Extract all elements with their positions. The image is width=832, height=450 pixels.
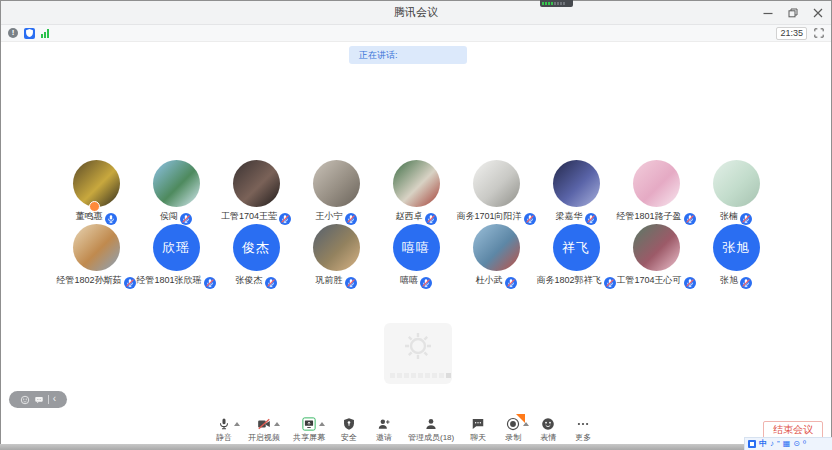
- toolbar-item-share-screen[interactable]: 共享屏幕: [293, 417, 325, 443]
- tray-volume-icon[interactable]: ♪: [770, 440, 774, 448]
- tray-grid-icon[interactable]: ▦: [783, 440, 791, 448]
- participant-avatar: [553, 160, 600, 207]
- quick-reaction-pill[interactable]: ‹: [9, 391, 67, 408]
- participant-name: 工管1704王心可: [616, 274, 681, 287]
- mic-muted-icon: [505, 275, 517, 287]
- tray-app-icon[interactable]: [748, 440, 756, 448]
- caret-up-icon[interactable]: [274, 422, 280, 426]
- meeting-toolbar: 静音 开启视频 共享屏幕 安全 邀请 管理成员(18) 聊天 录制 表情 更多 …: [1, 415, 831, 444]
- mic-muted-icon: [684, 275, 696, 287]
- participant-tile[interactable]: 工管1704王心可: [616, 224, 696, 287]
- participant-name-row: 经管1802孙斯茹: [56, 274, 135, 287]
- toolbar-items: 静音 开启视频 共享屏幕 安全 邀请 管理成员(18) 聊天 录制 表情 更多: [213, 417, 594, 443]
- participant-tile[interactable]: 侯闯: [136, 160, 216, 223]
- meeting-statusbar: ! 21:35: [1, 25, 831, 42]
- toolbar-item-label: 管理成员(18): [408, 432, 454, 443]
- collapse-chevron-icon[interactable]: ‹: [53, 394, 56, 404]
- participant-tile[interactable]: 经管1802孙斯茹: [56, 224, 136, 287]
- emoji-quick-icon[interactable]: [20, 391, 30, 409]
- participant-name-row: 董鸣惠: [76, 210, 117, 223]
- caret-up-icon[interactable]: [234, 422, 240, 426]
- mic-muted-icon: [524, 211, 536, 223]
- participant-avatar: [473, 224, 520, 271]
- loading-placeholder: [384, 323, 452, 384]
- avatar-wrap: [73, 224, 120, 271]
- participant-avatar: [313, 224, 360, 271]
- invite-icon: [377, 417, 391, 431]
- participant-tile[interactable]: 杜小武: [456, 224, 536, 287]
- minimize-icon[interactable]: [762, 7, 773, 18]
- participant-tile[interactable]: 俊杰 张俊杰: [216, 224, 296, 287]
- participant-tile[interactable]: 王小宁: [296, 160, 376, 223]
- participant-tile[interactable]: 经管1801路子盈: [616, 160, 696, 223]
- system-tray[interactable]: 中 ♪ ” ▦ ⊙ º: [744, 437, 832, 450]
- participant-avatar: [153, 160, 200, 207]
- toolbar-item-record[interactable]: 录制: [502, 417, 524, 443]
- chat-quick-icon[interactable]: [34, 391, 44, 409]
- avatar-wrap: 俊杰: [233, 224, 280, 271]
- participant-avatar: [633, 160, 680, 207]
- meeting-protect-shield-icon[interactable]: [24, 28, 35, 39]
- participant-name-row: 侯闯: [160, 210, 192, 223]
- participant-tile[interactable]: 欣瑶 经管1801张欣瑶: [136, 224, 216, 287]
- toolbar-item-camera-off[interactable]: 开启视频: [248, 417, 280, 443]
- speaking-banner: 正在讲话:: [349, 46, 467, 64]
- mic-muted-icon: [604, 275, 616, 287]
- toolbar-item-label: 邀请: [376, 432, 392, 443]
- chat-icon: [471, 417, 485, 431]
- toolbar-item-label: 开启视频: [248, 432, 280, 443]
- restore-icon[interactable]: [787, 7, 798, 18]
- meeting-timer: 21:35: [776, 27, 807, 40]
- participant-tile[interactable]: 祥飞 商务1802郭祥飞: [536, 224, 616, 287]
- tray-quote-icon[interactable]: ”: [777, 440, 780, 448]
- participant-name-row: 巩前胜: [316, 274, 357, 287]
- participant-avatar: 张旭: [713, 224, 760, 271]
- toolbar-item-emoji[interactable]: 表情: [537, 417, 559, 443]
- participant-tile[interactable]: 张旭 张旭: [696, 224, 776, 287]
- avatar-wrap: [73, 160, 120, 207]
- participant-avatar: [473, 160, 520, 207]
- avatar-wrap: [473, 160, 520, 207]
- close-icon[interactable]: [812, 7, 823, 18]
- participant-tile[interactable]: 商务1701向阳洋: [456, 160, 536, 223]
- toolbar-item-label: 安全: [341, 432, 357, 443]
- participant-tile[interactable]: 巩前胜: [296, 224, 376, 287]
- toolbar-item-label: 共享屏幕: [293, 432, 325, 443]
- participant-tile[interactable]: 张楠: [696, 160, 776, 223]
- avatar-wrap: 嘻嘻: [393, 224, 440, 271]
- toolbar-item-mic[interactable]: 静音: [213, 417, 235, 443]
- avatar-wrap: [313, 224, 360, 271]
- participant-tile[interactable]: 董鸣惠: [56, 160, 136, 223]
- participant-row-2: 经管1802孙斯茹 欣瑶 经管1801张欣瑶 俊杰 张俊杰 巩前胜 嘻嘻 嘻嘻 …: [1, 224, 831, 287]
- toolbar-item-more[interactable]: 更多: [572, 417, 594, 443]
- mic-muted-icon: [204, 275, 216, 287]
- avatar-wrap: [153, 160, 200, 207]
- participant-tile[interactable]: 嘻嘻 嘻嘻: [376, 224, 456, 287]
- mic-muted-icon: [684, 211, 696, 223]
- meeting-info-icon[interactable]: !: [8, 28, 18, 38]
- fullscreen-icon[interactable]: [813, 28, 824, 39]
- toolbar-item-invite[interactable]: 邀请: [373, 417, 395, 443]
- mic-on-icon: [105, 211, 117, 223]
- participant-tile[interactable]: 赵西卓: [376, 160, 456, 223]
- network-signal-icon[interactable]: [41, 29, 49, 38]
- caret-up-icon[interactable]: [523, 422, 529, 426]
- tray-search-icon[interactable]: º: [803, 440, 806, 448]
- participant-avatar: 欣瑶: [153, 224, 200, 271]
- participant-avatar: [233, 160, 280, 207]
- participant-tile[interactable]: 梁嘉华: [536, 160, 616, 223]
- toolbar-item-security-shield[interactable]: 安全: [338, 417, 360, 443]
- participant-tile[interactable]: 工管1704王莹: [216, 160, 296, 223]
- toolbar-item-members[interactable]: 管理成员(18): [408, 417, 454, 443]
- ime-indicator[interactable]: 中: [759, 440, 767, 448]
- caret-up-icon[interactable]: [319, 422, 325, 426]
- participant-row-1: 董鸣惠 侯闯 工管1704王莹 王小宁 赵西卓 商务1701向阳洋: [1, 160, 831, 223]
- participant-name: 杜小武: [476, 274, 503, 287]
- tray-clock-icon[interactable]: ⊙: [793, 440, 800, 448]
- toolbar-item-chat[interactable]: 聊天: [467, 417, 489, 443]
- participant-name: 王小宁: [316, 210, 343, 223]
- mic-muted-icon: [740, 275, 752, 287]
- avatar-wrap: [713, 160, 760, 207]
- toolbar-item-label: 表情: [540, 432, 556, 443]
- avatar-wrap: [393, 160, 440, 207]
